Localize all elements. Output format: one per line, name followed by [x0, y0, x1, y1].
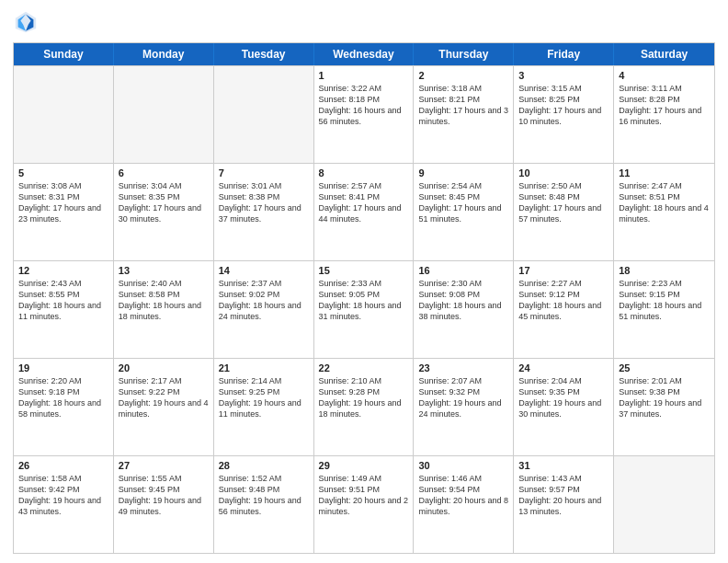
- cal-cell-3-0: 19Sunrise: 2:20 AMSunset: 9:18 PMDayligh…: [14, 359, 114, 455]
- cal-cell-4-3: 29Sunrise: 1:49 AMSunset: 9:51 PMDayligh…: [314, 456, 415, 553]
- cal-cell-1-1: 6Sunrise: 3:04 AMSunset: 8:35 PMDaylight…: [114, 164, 214, 260]
- day-info: Sunrise: 2:57 AMSunset: 8:41 PMDaylight:…: [319, 180, 409, 225]
- day-number: 21: [219, 362, 309, 373]
- day-number: 18: [619, 265, 710, 276]
- day-number: 6: [119, 167, 209, 178]
- header-day-friday: Friday: [514, 43, 614, 65]
- cal-cell-3-5: 24Sunrise: 2:04 AMSunset: 9:35 PMDayligh…: [514, 359, 614, 455]
- cal-cell-2-3: 15Sunrise: 2:33 AMSunset: 9:05 PMDayligh…: [314, 261, 415, 358]
- day-info: Sunrise: 2:30 AMSunset: 9:08 PMDaylight:…: [418, 278, 508, 323]
- day-info: Sunrise: 2:47 AMSunset: 8:51 PMDaylight:…: [619, 180, 710, 225]
- day-number: 10: [518, 167, 609, 178]
- day-info: Sunrise: 2:33 AMSunset: 9:05 PMDaylight:…: [319, 278, 409, 323]
- calendar-header: SundayMondayTuesdayWednesdayThursdayFrid…: [14, 43, 714, 65]
- day-number: 13: [119, 265, 209, 276]
- day-number: 14: [219, 265, 309, 276]
- day-number: 11: [619, 167, 710, 178]
- day-number: 24: [518, 362, 609, 373]
- day-number: 17: [518, 265, 609, 276]
- day-number: 12: [18, 265, 108, 276]
- calendar-row-3: 19Sunrise: 2:20 AMSunset: 9:18 PMDayligh…: [14, 358, 714, 455]
- day-number: 20: [119, 362, 209, 373]
- day-info: Sunrise: 1:55 AMSunset: 9:45 PMDaylight:…: [119, 473, 209, 518]
- cal-cell-3-6: 25Sunrise: 2:01 AMSunset: 9:38 PMDayligh…: [614, 359, 714, 455]
- calendar-row-2: 12Sunrise: 2:43 AMSunset: 8:55 PMDayligh…: [14, 260, 714, 358]
- day-number: 9: [418, 167, 508, 178]
- cal-cell-0-0: [14, 66, 114, 163]
- cal-cell-3-1: 20Sunrise: 2:17 AMSunset: 9:22 PMDayligh…: [114, 359, 214, 455]
- header-day-saturday: Saturday: [614, 43, 714, 65]
- day-info: Sunrise: 2:20 AMSunset: 9:18 PMDaylight:…: [18, 375, 108, 420]
- day-number: 28: [219, 460, 309, 471]
- day-info: Sunrise: 1:43 AMSunset: 9:57 PMDaylight:…: [518, 473, 609, 518]
- header-day-wednesday: Wednesday: [314, 43, 415, 65]
- cal-cell-0-5: 3Sunrise: 3:15 AMSunset: 8:25 PMDaylight…: [514, 66, 614, 163]
- cal-cell-0-2: [214, 66, 314, 163]
- cal-cell-3-2: 21Sunrise: 2:14 AMSunset: 9:25 PMDayligh…: [214, 359, 314, 455]
- cal-cell-4-4: 30Sunrise: 1:46 AMSunset: 9:54 PMDayligh…: [414, 456, 514, 553]
- day-number: 7: [219, 167, 309, 178]
- day-info: Sunrise: 3:08 AMSunset: 8:31 PMDaylight:…: [18, 180, 108, 225]
- day-number: 22: [319, 362, 409, 373]
- day-number: 30: [418, 460, 508, 471]
- day-info: Sunrise: 2:04 AMSunset: 9:35 PMDaylight:…: [518, 375, 609, 420]
- cal-cell-0-4: 2Sunrise: 3:18 AMSunset: 8:21 PMDaylight…: [414, 66, 514, 163]
- cal-cell-2-0: 12Sunrise: 2:43 AMSunset: 8:55 PMDayligh…: [14, 261, 114, 358]
- cal-cell-0-1: [114, 66, 214, 163]
- day-info: Sunrise: 2:17 AMSunset: 9:22 PMDaylight:…: [119, 375, 209, 420]
- cal-cell-1-0: 5Sunrise: 3:08 AMSunset: 8:31 PMDaylight…: [14, 164, 114, 260]
- day-info: Sunrise: 2:23 AMSunset: 9:15 PMDaylight:…: [619, 278, 710, 323]
- day-info: Sunrise: 3:18 AMSunset: 8:21 PMDaylight:…: [418, 83, 508, 128]
- logo: [13, 9, 42, 35]
- cal-cell-2-2: 14Sunrise: 2:37 AMSunset: 9:02 PMDayligh…: [214, 261, 314, 358]
- cal-cell-1-2: 7Sunrise: 3:01 AMSunset: 8:38 PMDaylight…: [214, 164, 314, 260]
- day-info: Sunrise: 2:14 AMSunset: 9:25 PMDaylight:…: [219, 375, 309, 420]
- cal-cell-0-6: 4Sunrise: 3:11 AMSunset: 8:28 PMDaylight…: [614, 66, 714, 163]
- day-number: 3: [518, 70, 609, 81]
- cal-cell-1-5: 10Sunrise: 2:50 AMSunset: 8:48 PMDayligh…: [514, 164, 614, 260]
- logo-icon: [13, 9, 39, 35]
- page: SundayMondayTuesdayWednesdayThursdayFrid…: [0, 0, 728, 563]
- header: [13, 9, 715, 35]
- day-info: Sunrise: 1:46 AMSunset: 9:54 PMDaylight:…: [418, 473, 508, 518]
- day-info: Sunrise: 3:15 AMSunset: 8:25 PMDaylight:…: [518, 83, 609, 128]
- cal-cell-4-0: 26Sunrise: 1:58 AMSunset: 9:42 PMDayligh…: [14, 456, 114, 553]
- cal-cell-2-1: 13Sunrise: 2:40 AMSunset: 8:58 PMDayligh…: [114, 261, 214, 358]
- day-info: Sunrise: 3:22 AMSunset: 8:18 PMDaylight:…: [319, 83, 409, 128]
- day-info: Sunrise: 2:50 AMSunset: 8:48 PMDaylight:…: [518, 180, 609, 225]
- calendar: SundayMondayTuesdayWednesdayThursdayFrid…: [13, 42, 715, 554]
- cal-cell-2-4: 16Sunrise: 2:30 AMSunset: 9:08 PMDayligh…: [414, 261, 514, 358]
- cal-cell-3-3: 22Sunrise: 2:10 AMSunset: 9:28 PMDayligh…: [314, 359, 415, 455]
- day-info: Sunrise: 1:58 AMSunset: 9:42 PMDaylight:…: [18, 473, 108, 518]
- header-day-sunday: Sunday: [14, 43, 114, 65]
- day-info: Sunrise: 2:40 AMSunset: 8:58 PMDaylight:…: [119, 278, 209, 323]
- day-number: 27: [119, 460, 209, 471]
- day-info: Sunrise: 3:11 AMSunset: 8:28 PMDaylight:…: [619, 83, 710, 128]
- calendar-row-4: 26Sunrise: 1:58 AMSunset: 9:42 PMDayligh…: [14, 455, 714, 553]
- day-number: 8: [319, 167, 409, 178]
- day-number: 2: [418, 70, 508, 81]
- day-number: 29: [319, 460, 409, 471]
- day-number: 15: [319, 265, 409, 276]
- day-info: Sunrise: 2:37 AMSunset: 9:02 PMDaylight:…: [219, 278, 309, 323]
- cal-cell-0-3: 1Sunrise: 3:22 AMSunset: 8:18 PMDaylight…: [314, 66, 415, 163]
- cal-cell-2-6: 18Sunrise: 2:23 AMSunset: 9:15 PMDayligh…: [614, 261, 714, 358]
- day-info: Sunrise: 3:01 AMSunset: 8:38 PMDaylight:…: [219, 180, 309, 225]
- day-number: 25: [619, 362, 710, 373]
- cal-cell-4-1: 27Sunrise: 1:55 AMSunset: 9:45 PMDayligh…: [114, 456, 214, 553]
- cal-cell-1-3: 8Sunrise: 2:57 AMSunset: 8:41 PMDaylight…: [314, 164, 415, 260]
- day-number: 1: [319, 70, 409, 81]
- day-info: Sunrise: 2:01 AMSunset: 9:38 PMDaylight:…: [619, 375, 710, 420]
- day-info: Sunrise: 1:49 AMSunset: 9:51 PMDaylight:…: [319, 473, 409, 518]
- cal-cell-1-4: 9Sunrise: 2:54 AMSunset: 8:45 PMDaylight…: [414, 164, 514, 260]
- day-number: 26: [18, 460, 108, 471]
- header-day-monday: Monday: [114, 43, 214, 65]
- day-info: Sunrise: 3:04 AMSunset: 8:35 PMDaylight:…: [119, 180, 209, 225]
- day-info: Sunrise: 2:27 AMSunset: 9:12 PMDaylight:…: [518, 278, 609, 323]
- day-number: 31: [518, 460, 609, 471]
- calendar-body: 1Sunrise: 3:22 AMSunset: 8:18 PMDaylight…: [14, 65, 714, 553]
- calendar-row-1: 5Sunrise: 3:08 AMSunset: 8:31 PMDaylight…: [14, 163, 714, 260]
- cal-cell-4-2: 28Sunrise: 1:52 AMSunset: 9:48 PMDayligh…: [214, 456, 314, 553]
- header-day-thursday: Thursday: [414, 43, 514, 65]
- cal-cell-1-6: 11Sunrise: 2:47 AMSunset: 8:51 PMDayligh…: [614, 164, 714, 260]
